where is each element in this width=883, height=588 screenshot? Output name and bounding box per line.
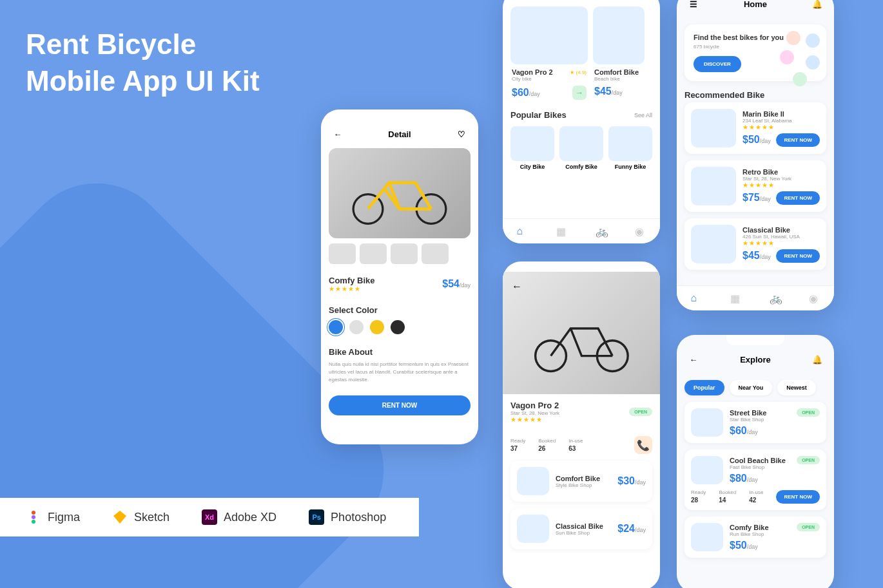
pill-popular[interactable]: Popular	[684, 380, 724, 395]
color-grey[interactable]	[349, 320, 364, 334]
status-badge: OPEN	[797, 523, 820, 531]
explore-card[interactable]: Street BikeOPENStar Bike Shop$60/day	[684, 402, 826, 443]
rent-button[interactable]: RENT NOW	[776, 191, 820, 205]
status-badge: OPEN	[797, 408, 820, 417]
pill-newest[interactable]: Newest	[777, 380, 816, 395]
shop-bike-card[interactable]: Comfort BikeStyle Bike Shop$30/day	[510, 460, 652, 502]
about-label: Bike About	[329, 347, 471, 357]
rating-stars: ★★★★★	[510, 416, 559, 423]
bike-icon[interactable]: 🚲	[770, 292, 781, 304]
tool-ps: PsPhotoshop	[309, 509, 386, 525]
back-icon[interactable]: ←	[512, 281, 522, 292]
xd-icon: Xd	[202, 509, 217, 525]
back-icon[interactable]: ←	[331, 128, 344, 140]
stat: Booked26	[538, 438, 556, 452]
color-black[interactable]	[391, 320, 405, 334]
product-image	[329, 148, 471, 238]
thumb[interactable]	[422, 243, 449, 264]
tool-xd: XdAdobe XD	[202, 509, 277, 525]
header-title: Detail	[388, 129, 411, 139]
bubble-icon	[806, 33, 820, 48]
header-title: Explore	[740, 355, 771, 365]
explore-card[interactable]: Cool Beach BikeOPENFast Bike Shop$80/day…	[684, 450, 826, 510]
calendar-icon[interactable]: ▦	[556, 225, 568, 237]
sketch-icon	[112, 509, 128, 525]
about-text: Nulla quis nulla id nisi porttitor ferme…	[329, 361, 471, 384]
shop-hero-image: ←	[503, 272, 660, 394]
thumb[interactable]	[329, 243, 356, 264]
home-icon[interactable]: ⌂	[517, 225, 529, 237]
stat: Ready37	[510, 438, 525, 452]
bike-image	[691, 456, 723, 484]
bike-image	[691, 167, 736, 205]
select-color-label: Select Color	[329, 305, 471, 315]
tools-bar: Figma Sketch XdAdobe XD PsPhotoshop	[0, 498, 419, 536]
explore-card[interactable]: Comfy BikeOPENRun Bike Shop$50/day	[684, 517, 826, 558]
figma-icon	[26, 509, 41, 525]
user-icon[interactable]: ◉	[635, 225, 646, 237]
pill-near[interactable]: Near You	[730, 380, 773, 395]
shop-name: Vagon Pro 2	[510, 401, 559, 410]
user-icon[interactable]: ◉	[809, 292, 820, 304]
category-card[interactable]: Funny Bike	[608, 126, 652, 170]
rent-button[interactable]: RENT NOW	[776, 490, 820, 504]
rating-stars: ★★★★★	[742, 182, 820, 189]
rent-now-button[interactable]: RENT NOW	[329, 395, 471, 415]
thumb[interactable]	[360, 243, 387, 264]
nav-bar: ⌂ ▦ 🚲 ◉	[503, 218, 660, 243]
rent-button[interactable]: RENT NOW	[776, 133, 820, 147]
bike-icon[interactable]: 🚲	[596, 225, 607, 237]
tool-sketch: Sketch	[112, 509, 170, 525]
bike-image	[517, 515, 549, 543]
bike-image	[691, 109, 736, 147]
bell-icon[interactable]: 🔔	[811, 0, 824, 10]
see-all-link[interactable]: See All	[634, 112, 652, 119]
header-title: Home	[744, 0, 767, 9]
rec-card[interactable]: Classical Bike426 Sun St, Hawaii, USA★★★…	[684, 218, 826, 270]
rec-card[interactable]: Retro BikeStar St, 28, New York★★★★★$75/…	[684, 160, 826, 212]
thumbnails	[321, 238, 478, 269]
status-badge: OPEN	[629, 408, 652, 416]
rent-button[interactable]: RENT NOW	[776, 249, 820, 263]
screen-explore: ← Explore 🔔 Popular Near You Newest Stre…	[677, 335, 834, 588]
category-card[interactable]: Comfy Bike	[559, 126, 603, 170]
home-icon[interactable]: ⌂	[691, 292, 703, 304]
featured-card[interactable]: Vagon Pro 2★ (4.9) City bike $60/day→	[510, 6, 588, 104]
bubble-icon	[806, 55, 820, 70]
screen-home: ☰ Home 🔔 Find the best bikes for you 675…	[677, 0, 834, 310]
heart-icon[interactable]: ♡	[455, 128, 468, 140]
arrow-icon[interactable]: →	[572, 86, 587, 100]
category-card[interactable]: City Bike	[510, 126, 554, 170]
bike-image	[691, 408, 723, 437]
bike-image	[691, 523, 723, 551]
bubble-icon	[786, 31, 801, 45]
rating-stars: ★★★★★	[742, 124, 820, 131]
discover-button[interactable]: DISCOVER	[694, 56, 741, 72]
page-title: Rent Bicycle Mobile App UI Kit	[26, 26, 260, 99]
rec-card[interactable]: Marin Bike II234 Leaf St, Alabama★★★★★$5…	[684, 102, 826, 154]
star-icon: ★ (4.9)	[570, 70, 587, 75]
phone-icon[interactable]: 📞	[634, 436, 652, 454]
shop-bike-card[interactable]: Classical BikeSun Bike Shop$24/day	[510, 508, 652, 549]
back-icon[interactable]: ←	[687, 353, 700, 366]
bike-image	[691, 225, 736, 263]
svg-point-2	[32, 520, 35, 524]
tool-figma: Figma	[26, 509, 80, 525]
featured-card[interactable]: Comfort Bike Beach bike $45/day	[593, 6, 645, 104]
status-badge: OPEN	[797, 456, 820, 464]
thumb[interactable]	[391, 243, 418, 264]
price: $54/day	[442, 278, 471, 290]
color-yellow[interactable]	[370, 320, 384, 334]
menu-icon[interactable]: ☰	[687, 0, 700, 10]
color-blue[interactable]	[329, 320, 343, 334]
bell-icon[interactable]: 🔔	[811, 353, 824, 366]
calendar-icon[interactable]: ▦	[730, 292, 742, 304]
hero-card: Find the best bikes for you 675 bicycle …	[684, 24, 826, 81]
screen-list: Vagon Pro 2★ (4.9) City bike $60/day→ Co…	[503, 0, 660, 243]
screen-detail: ← Detail ♡ Comfy Bike ★★★★★ $54/day Sele…	[321, 109, 478, 444]
bubble-icon	[780, 50, 794, 64]
rec-title: Recommended Bike	[677, 88, 834, 102]
ps-icon: Ps	[309, 509, 324, 525]
screen-shop: ← Vagon Pro 2 Star St, 28, New York ★★★★…	[503, 261, 660, 588]
rating-stars: ★★★★★	[329, 285, 375, 292]
